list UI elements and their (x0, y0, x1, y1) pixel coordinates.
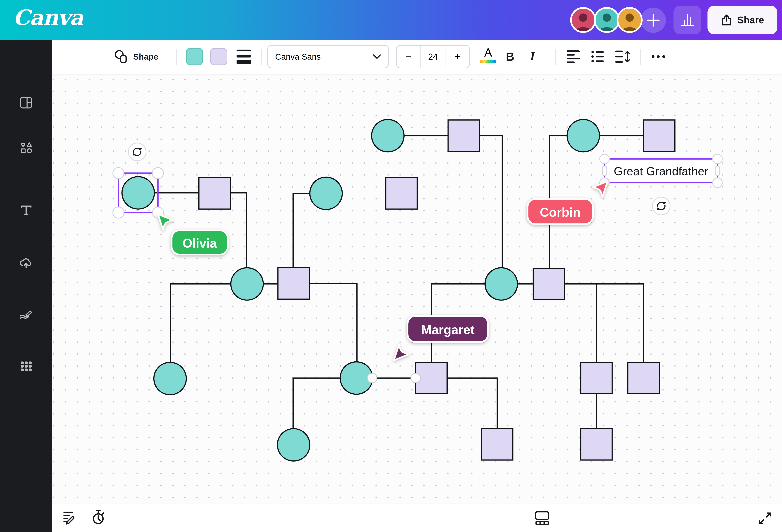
shape-type-button[interactable]: Shape (114, 40, 158, 73)
person-square[interactable] (644, 120, 675, 151)
text-color-button[interactable]: A (478, 47, 498, 67)
text-width-handle[interactable] (715, 166, 720, 176)
person-circle[interactable] (371, 119, 404, 152)
line-weight-icon (237, 49, 251, 64)
spacing-button[interactable] (615, 40, 631, 73)
text-tool-icon (20, 204, 33, 217)
person-square[interactable] (386, 178, 417, 209)
selection-handle[interactable] (152, 167, 164, 179)
design-canvas[interactable]: Great GrandfatherOliviaCorbinMargaret (52, 74, 782, 503)
avatar-face-icon (572, 9, 595, 31)
person-circle[interactable] (277, 429, 310, 461)
person-square[interactable] (199, 178, 230, 209)
share-button[interactable]: Share (708, 6, 777, 35)
line-spacing-icon (615, 50, 631, 63)
font-size-value[interactable]: 24 (421, 46, 446, 68)
person-square[interactable] (581, 362, 612, 394)
font-size-increase-button[interactable]: + (446, 46, 469, 68)
grid-view-button[interactable] (535, 511, 549, 527)
sidebar-item-text[interactable] (0, 196, 52, 225)
align-left-icon (567, 50, 580, 63)
selection-handle[interactable] (113, 207, 124, 218)
insights-button[interactable] (674, 6, 701, 35)
stopwatch-icon (91, 509, 106, 525)
connector-line[interactable] (307, 283, 357, 366)
font-family-select[interactable]: Canva Sans (267, 45, 389, 68)
connector-line[interactable] (293, 193, 313, 271)
selection-handle[interactable] (713, 154, 722, 164)
text-color-letter: A (484, 47, 492, 59)
sidebar-item-uploads[interactable] (0, 249, 52, 277)
person-square[interactable] (533, 268, 565, 300)
toolbar-divider (261, 49, 262, 65)
sidebar (0, 40, 52, 532)
italic-button[interactable]: I (530, 46, 545, 66)
selection-handle[interactable] (113, 167, 124, 179)
avatar-face-icon (596, 9, 618, 31)
bold-button[interactable]: B (506, 47, 521, 67)
person-circle[interactable] (485, 268, 518, 300)
more-options-button[interactable] (651, 40, 665, 73)
person-circle[interactable] (231, 268, 263, 300)
sidebar-item-apps[interactable] (0, 352, 52, 381)
fullscreen-button[interactable] (758, 511, 772, 527)
add-collaborator-button[interactable] (641, 8, 666, 33)
draw-pen-icon (19, 308, 33, 321)
circle-fill-swatch[interactable] (186, 48, 203, 65)
text-width-handle[interactable] (602, 166, 607, 176)
connector-line[interactable] (562, 284, 644, 366)
avatar[interactable] (594, 7, 620, 33)
square-fill-swatch[interactable] (210, 48, 227, 65)
rotate-handle[interactable] (129, 143, 146, 161)
person-circle[interactable] (567, 119, 600, 152)
selection-handle[interactable] (713, 178, 722, 187)
rotate-handle[interactable] (652, 197, 670, 215)
rotate-handle-circle[interactable] (652, 197, 670, 215)
cursor-name-label: Corbin (540, 205, 580, 219)
person-circle[interactable] (310, 177, 342, 210)
person-square[interactable] (628, 362, 660, 394)
expand-arrows-icon (758, 511, 772, 525)
person-square[interactable] (482, 429, 513, 460)
share-export-icon (721, 14, 732, 26)
notes-pencil-icon (63, 510, 77, 525)
person-circle[interactable] (154, 362, 186, 395)
alignment-button[interactable] (567, 40, 580, 73)
notes-button[interactable] (63, 510, 77, 526)
font-size-decrease-button[interactable]: − (397, 46, 421, 68)
cursor-arrow-icon (593, 181, 608, 197)
upload-cloud-icon (19, 256, 33, 269)
canva-logo[interactable]: Canva (13, 5, 83, 30)
sidebar-item-design[interactable] (0, 88, 52, 117)
connector-endpoint-handle[interactable] (367, 373, 377, 383)
person-circle[interactable] (122, 177, 154, 209)
timer-button[interactable] (91, 509, 106, 527)
connector-line[interactable] (476, 136, 502, 271)
connector-line[interactable] (171, 284, 234, 366)
sidebar-item-elements[interactable] (0, 134, 52, 162)
bullet-list-button[interactable] (592, 40, 604, 73)
rotate-handle-circle[interactable] (129, 143, 146, 161)
design-panels-icon (20, 96, 32, 109)
apps-grid-icon (20, 360, 32, 373)
avatar[interactable] (570, 7, 596, 33)
avatar[interactable] (617, 7, 643, 33)
ellipsis-icon (651, 54, 665, 59)
family-tree-scene: Great GrandfatherOliviaCorbinMargaret (52, 74, 782, 504)
text-element[interactable]: Great Grandfather (614, 165, 708, 178)
person-square[interactable] (278, 268, 310, 299)
elements-shapes-icon (20, 141, 33, 154)
shape-label: Shape (133, 52, 158, 62)
pages-view-icon (535, 511, 549, 525)
person-square[interactable] (581, 429, 612, 460)
connector-line[interactable] (445, 378, 497, 432)
collaborator-cursor-margaret: Margaret (394, 316, 488, 360)
connector-line[interactable] (293, 378, 343, 432)
connector-endpoint-handle[interactable] (411, 373, 421, 383)
context-toolbar: Shape Canva Sans − 24 + A B I (52, 40, 782, 74)
border-weight-button[interactable] (237, 40, 251, 73)
selection-handle[interactable] (600, 154, 609, 164)
sidebar-item-draw[interactable] (0, 301, 52, 329)
person-square[interactable] (448, 120, 479, 151)
cursor-arrow-icon (158, 214, 173, 230)
